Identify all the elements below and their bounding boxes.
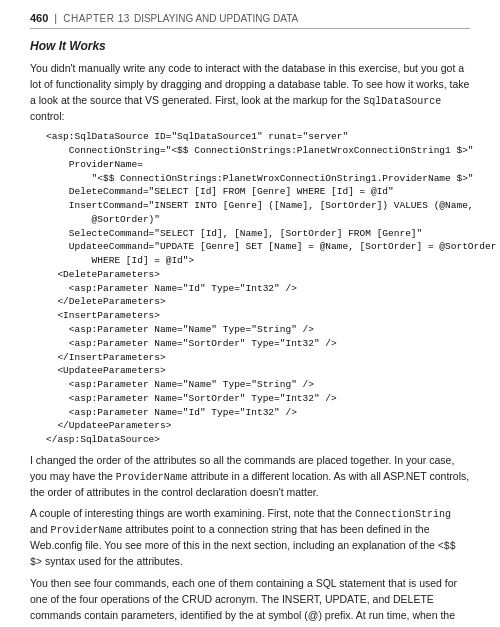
main-code-block: <asp:SqlDataSource ID="SqlDataSource1" r…: [46, 130, 470, 447]
page-container: 460 | CHAPTER 13 DISPLAYING AND UPDATING…: [0, 0, 500, 627]
inline-code-1: SqlDataSource: [363, 96, 441, 107]
page-header: 460 | CHAPTER 13 DISPLAYING AND UPDATING…: [30, 12, 470, 29]
section-heading: How It Works: [30, 39, 470, 53]
header-title: DISPLAYING AND UPDATING DATA: [134, 13, 298, 24]
header-chapter: CHAPTER 13: [63, 13, 130, 24]
paragraph-2: I changed the order of the attributes so…: [30, 453, 470, 501]
paragraph-3: A couple of interesting things are worth…: [30, 506, 470, 570]
paragraph-1: You didn't manually write any code to in…: [30, 61, 470, 124]
inline-code-5: <$$ $>: [30, 541, 456, 568]
inline-code-3: ConnectionString: [355, 509, 451, 520]
header-divider: |: [54, 12, 57, 24]
inline-code-4: ProviderName: [50, 525, 122, 536]
page-number: 460: [30, 12, 48, 24]
inline-code-2: ProviderName: [116, 472, 188, 483]
paragraph-4: You then see four commands, each one of …: [30, 576, 470, 627]
